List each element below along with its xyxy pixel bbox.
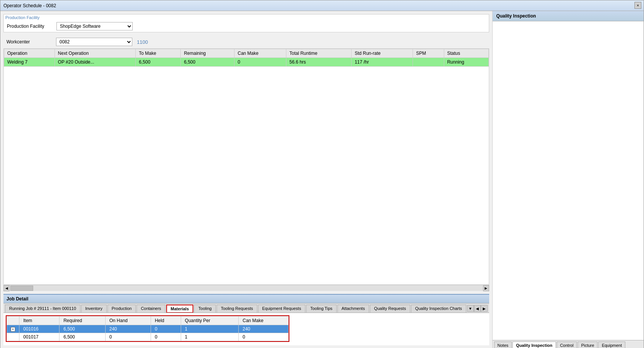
tab-control[interactable]: Control [557,342,577,348]
cell-to-make: 6,500 [136,58,181,67]
expand-cell-2 [7,333,19,341]
mat-required-1: 6,500 [59,325,105,333]
col-mat-can-make: Can Make [239,316,289,325]
tab-notes[interactable]: Notes [494,342,512,348]
col-mat-required: Required [59,316,105,325]
production-facility-select[interactable]: ShopEdge Software [56,22,133,30]
operations-header-row: Operation Next Operation To Make Remaini… [4,49,489,58]
scroll-track[interactable] [10,285,483,291]
job-detail-header: Job Detail [3,295,489,303]
tab-equipment-requests[interactable]: Equipment Requests [258,305,305,313]
mat-on-hand-1: 240 [105,325,151,333]
main-content: Production Facility Production Facility … [0,11,644,348]
col-status: Status [444,49,488,58]
col-mat-quantity-per: Quantity Per [181,316,238,325]
col-expand [7,316,19,325]
tab-materials[interactable]: Materials [166,305,194,313]
workcenter-select[interactable]: 0082 [56,38,132,46]
col-total-runtime: Total Runtime [286,49,352,58]
table-row[interactable]: + 001016 6,500 240 0 1 240 [7,325,289,333]
tab-tooling-requests[interactable]: Tooling Requests [217,305,257,313]
materials-container: Item Required On Hand Held Quantity Per … [3,313,489,345]
workcenter-label: Workcenter [6,39,56,45]
mat-item-2: 001017 [19,333,59,341]
expand-button-1[interactable]: + [11,327,15,332]
col-next-operation: Next Operation [55,49,135,58]
tab-equipment[interactable]: Equipment [598,342,625,348]
tab-nav-arrows: ▼ ◀ ▶ [467,304,488,313]
mat-can-make-1: 240 [239,325,289,333]
job-detail-section: Job Detail Running Job # 29111 - Item 00… [3,294,489,345]
mat-quantity-per-1: 1 [181,325,238,333]
window-title: Operator Schedule - 0082 [3,3,56,8]
production-facility-row: Production Facility ShopEdge Software [4,21,489,32]
tab-quality-inspection-right[interactable]: Quality Inspection [512,342,556,348]
col-remaining: Remaining [181,49,234,58]
col-std-run-rate: Std Run-rate [352,49,413,58]
left-panel: Production Facility Production Facility … [0,11,492,348]
horizontal-scrollbar: ◀ ▶ [3,285,489,291]
tabs-row: Running Job # 29111 - Item 000110 Invent… [3,303,489,313]
right-panel: Quality Inspection Notes Quality Inspect… [492,11,644,348]
col-mat-on-hand: On Hand [105,316,151,325]
mat-held-2: 0 [151,333,181,341]
pf-field-label: Production Facility [7,24,56,29]
cell-total-runtime: 56.6 hrs [286,58,352,67]
tab-running-job[interactable]: Running Job # 29111 - Item 000110 [5,305,80,313]
scroll-left-arrow[interactable]: ◀ [3,285,10,291]
workcenter-number: 1100 [137,39,148,45]
table-row[interactable]: 001017 6,500 0 0 1 0 [7,333,289,341]
tab-tooling-tips[interactable]: Tooling Tips [306,305,337,313]
materials-table-wrapper: Item Required On Hand Held Quantity Per … [6,315,289,342]
scroll-thumb[interactable] [10,286,33,291]
tab-next-arrow[interactable]: ▶ [481,305,488,312]
close-button[interactable]: × [634,2,641,9]
cell-remaining: 6,500 [181,58,234,67]
quality-inspection-header: Quality Inspection [493,11,644,21]
cell-spm [413,58,444,67]
materials-header-row: Item Required On Hand Held Quantity Per … [7,316,289,325]
mat-item-1: 001016 [19,325,59,333]
operations-table: Operation Next Operation To Make Remaini… [4,49,489,67]
col-spm: SPM [413,49,444,58]
cell-can-make: 0 [234,58,286,67]
operations-table-container: Operation Next Operation To Make Remaini… [3,48,489,285]
table-row[interactable]: Welding 7 OP #20 Outside... 6,500 6,500 … [4,58,489,67]
tab-attachments[interactable]: Attachments [337,305,369,313]
col-to-make: To Make [136,49,181,58]
right-panel-tabs: Notes Quality Inspection Control Picture… [493,340,644,348]
col-operation: Operation [4,49,55,58]
cell-std-run-rate: 117 /hr [352,58,413,67]
mat-quantity-per-2: 1 [181,333,238,341]
tab-inventory[interactable]: Inventory [81,305,107,313]
expand-cell-1: + [7,325,19,333]
scroll-right-arrow[interactable]: ▶ [483,285,489,291]
tab-quality-requests[interactable]: Quality Requests [370,305,410,313]
mat-required-2: 6,500 [59,333,105,341]
tab-containers[interactable]: Containers [137,305,165,313]
workcenter-row: Workcenter 0082 1100 [3,35,489,48]
main-window: Operator Schedule - 0082 × Production Fa… [0,0,644,348]
tab-picture[interactable]: Picture [578,342,597,348]
tab-quality-inspection-charts[interactable]: Quality Inspection Charts [411,305,466,313]
mat-on-hand-2: 0 [105,333,151,341]
production-facility-label: Production Facility [4,14,489,21]
tab-prev-arrow[interactable]: ◀ [474,305,481,312]
tab-tooling[interactable]: Tooling [194,305,216,313]
cell-status: Running [444,58,488,67]
col-can-make: Can Make [234,49,286,58]
mat-held-1: 0 [151,325,181,333]
cell-operation: Welding 7 [4,58,55,67]
col-mat-held: Held [151,316,181,325]
cell-next-operation: OP #20 Outside... [55,58,135,67]
tab-production[interactable]: Production [108,305,136,313]
mat-can-make-2: 0 [239,333,289,341]
materials-table: Item Required On Hand Held Quantity Per … [6,316,289,341]
col-mat-item: Item [19,316,59,325]
title-bar: Operator Schedule - 0082 × [0,0,644,11]
tab-overflow-arrow[interactable]: ▼ [467,305,474,312]
production-facility-section: Production Facility Production Facility … [3,14,489,32]
quality-inspection-body [493,21,644,340]
